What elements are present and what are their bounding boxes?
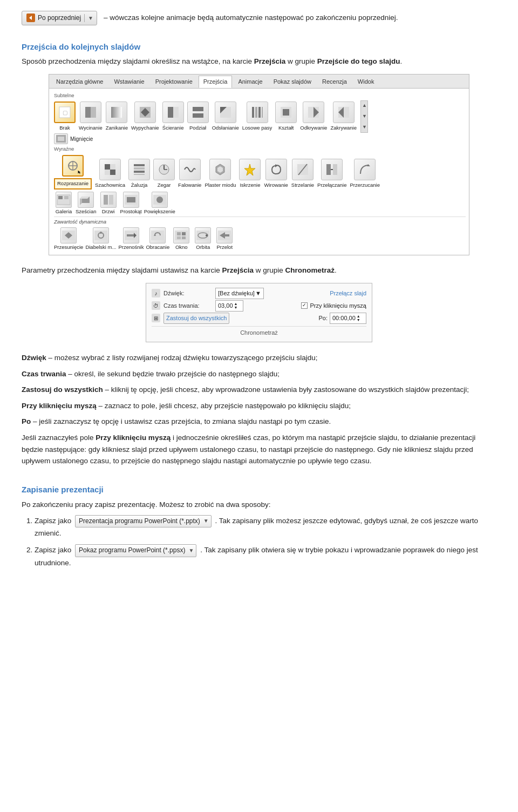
tab-projektowanie[interactable]: Projektowanie <box>151 76 197 88</box>
tab-przejscia[interactable]: Przejścia <box>199 76 233 88</box>
prostokat-item[interactable]: Prostokąt <box>120 192 142 216</box>
s2-bold2: Chronometraż <box>285 266 335 274</box>
prev-button[interactable]: Po poprzedniej ▼ <box>22 11 97 25</box>
diabelski-item[interactable]: Diabelski m... <box>85 227 116 252</box>
ribbon-item-plaster[interactable]: Plaster miodu <box>203 158 237 191</box>
chrono-czas-label: Czas trwania: <box>163 301 212 310</box>
ribbon-item-przerzucanie[interactable]: Przerzucanie <box>348 158 381 191</box>
przesuniecie-icon <box>60 227 77 243</box>
zastosuj-label[interactable]: Zastosuj do wszystkich <box>163 313 229 324</box>
galeria-item[interactable]: Galeria <box>54 192 73 216</box>
desc-przy: Przy kliknięciu myszą – zaznacz to pole,… <box>22 400 496 412</box>
ribbon-item-podzial[interactable]: Podział <box>186 100 210 133</box>
svg-rect-10 <box>193 107 203 111</box>
tab-animacje[interactable]: Animacje <box>233 76 267 88</box>
dropdown1-arrow-icon: ▼ <box>203 517 209 525</box>
szescian-item[interactable]: Sześcian <box>76 192 97 216</box>
spinner-up[interactable]: ▲ <box>234 302 238 306</box>
svg-rect-45 <box>326 164 331 175</box>
zakrywanie-label: Zakrywanie <box>330 124 357 132</box>
przenosnik-item[interactable]: Przenośnik <box>118 227 144 252</box>
ribbon-item-szachownica[interactable]: Szachownica <box>93 158 127 191</box>
zegar-label: Zegar <box>158 181 171 190</box>
ribbon-row2: Rozpraszanie Szachownica Żaluzja Zegar <box>52 154 466 191</box>
section1-intro: Sposób przechodzenia między slajdami okr… <box>22 56 496 67</box>
obracanie-item[interactable]: Obracanie <box>146 227 169 252</box>
ribbon-item-brak[interactable]: ▢ Brak <box>52 100 77 133</box>
ribbon-item-odkrywanie[interactable]: Odkrywanie <box>298 100 329 133</box>
top-section: Po poprzedniej ▼ – wówczas kolejne anima… <box>22 11 496 25</box>
tab-narzedzia[interactable]: Narzędzia główne <box>51 76 108 88</box>
ribbon-item-rozpraszanie[interactable]: Rozpraszanie <box>52 154 93 191</box>
chrono-czas-spinner[interactable]: 03,00 ▲ ▼ <box>215 300 243 312</box>
przelaczanie-icon <box>321 159 343 180</box>
item2-dropdown[interactable]: Pokaz programu PowerPoint (*.ppsx) ▼ <box>75 544 196 557</box>
po-text: – jeśli zaznaczysz tę opcję i ustawisz c… <box>31 417 331 425</box>
tab-wstawianie[interactable]: Wstawianie <box>109 76 149 88</box>
przy-kliknieciu-checkbox[interactable]: ✓ <box>301 302 308 309</box>
ribbon-item-ksztalt[interactable]: Kształt <box>274 100 298 133</box>
tab-widok[interactable]: Widok <box>353 76 379 88</box>
okno-item[interactable]: Okno <box>172 227 191 252</box>
orbita-item[interactable]: Orbita <box>193 227 213 252</box>
chrono-container: ♪ Dźwięk: [Bez dźwięku] ▼ Przełącz slajd… <box>146 283 372 342</box>
zaluzja-label: Żaluzja <box>131 181 148 190</box>
okno-icon <box>173 227 189 243</box>
przelot-item[interactable]: Przelot <box>215 227 234 252</box>
zawart-label: Zawartość dynamiczna <box>54 216 466 226</box>
drzwi-item[interactable]: Drzwi <box>99 192 118 216</box>
plaster-label: Plaster miodu <box>205 181 236 190</box>
ribbon-item-wirowanie[interactable]: Wirowanie <box>262 158 289 191</box>
powiekszenie-item[interactable]: Powiększenie <box>144 192 175 216</box>
wypychanie-icon <box>134 102 156 123</box>
spinner-down[interactable]: ▼ <box>234 306 238 309</box>
zaluzja-icon <box>128 159 150 180</box>
przelacz-label: Przełącz slajd <box>330 289 366 298</box>
ribbon-scroll[interactable]: ▲ ▼ ▼ <box>360 100 368 133</box>
chrono-dzwiek-dropdown[interactable]: [Bez dźwięku] ▼ <box>215 288 264 299</box>
po-spinner-arrows[interactable]: ▲ ▼ <box>357 314 360 322</box>
svg-rect-73 <box>182 232 186 235</box>
ribbon-item-wycinanie[interactable]: Wycinanie <box>77 100 104 133</box>
ribbon-item-strzalanie[interactable]: Strzelanie <box>290 158 316 191</box>
ribbon-item-odslanianie[interactable]: Odsłanianie <box>210 100 241 133</box>
po-spinner[interactable]: 00:00,00 ▲ ▼ <box>330 313 366 324</box>
ribbon-item-wypychanie[interactable]: Wypychanie <box>130 100 161 133</box>
ribbon-item-iskrzenie[interactable]: Iskrzenie <box>237 158 262 191</box>
dropdown-arrow-icon[interactable]: ▼ <box>84 14 93 23</box>
svg-point-60 <box>156 197 163 203</box>
ribbon-item-falowanie[interactable]: Falowanie <box>176 158 203 191</box>
ribbon1-body: Subtelne ▢ Brak Wycinanie Zanikanie <box>49 89 469 255</box>
prostokat-icon <box>123 192 139 208</box>
przesuniecie-label: Przesunięcie <box>54 243 83 252</box>
s2-bold1: Przejścia <box>222 266 254 274</box>
tab-recenzja[interactable]: Recenzja <box>317 76 352 88</box>
brak-label: Brak <box>59 124 70 132</box>
small-items-row: Galeria Sześcian Drzwi Prostokąt <box>54 192 466 216</box>
ribbon-item-zaluzja[interactable]: Żaluzja <box>127 158 152 191</box>
ribbon-item-zegar[interactable]: Zegar <box>152 158 176 191</box>
ribbon-item-zanikanie[interactable]: Zanikanie <box>104 100 130 133</box>
po-up[interactable]: ▲ <box>357 314 360 318</box>
ribbon-subtelne-label: Subtelne <box>54 92 466 100</box>
ribbon-item-scieranie[interactable]: Ścieranie <box>161 100 186 133</box>
svg-rect-32 <box>110 170 115 175</box>
section3-heading: Zapisanie prezentacji <box>22 483 496 496</box>
po-down[interactable]: ▼ <box>357 318 360 322</box>
migniecie-icon[interactable] <box>54 133 68 144</box>
chrono-row1: ♪ Dźwięk: [Bez dźwięku] ▼ Przełącz slajd <box>152 288 366 299</box>
svg-rect-58 <box>127 197 135 202</box>
list-item-2: Zapisz jako Pokaz programu PowerPoint (*… <box>35 544 496 569</box>
chrono-dzwiek-label: Dźwięk: <box>163 289 212 298</box>
ribbon-item-zakrywanie[interactable]: Zakrywanie <box>329 100 358 133</box>
zastosuj-bold: Zastosuj do wszystkich <box>22 385 103 394</box>
tab-pokaz[interactable]: Pokaz slajdów <box>269 76 316 88</box>
ribbon-item-przelaczanie[interactable]: Przełączanie <box>316 158 348 191</box>
extra-bold: Przy kliknięciu myszą <box>96 434 171 442</box>
przesuniecie-item[interactable]: Przesunięcie <box>54 227 83 252</box>
item1-dropdown[interactable]: Prezentacja programu PowerPoint (*.pptx)… <box>75 515 212 527</box>
szescian-icon <box>78 192 94 208</box>
ribbon-item-losowe[interactable]: Losowe pasy <box>241 100 274 133</box>
spinner-arrows[interactable]: ▲ ▼ <box>234 302 238 309</box>
przelaczanie-label: Przełączanie <box>317 181 346 190</box>
